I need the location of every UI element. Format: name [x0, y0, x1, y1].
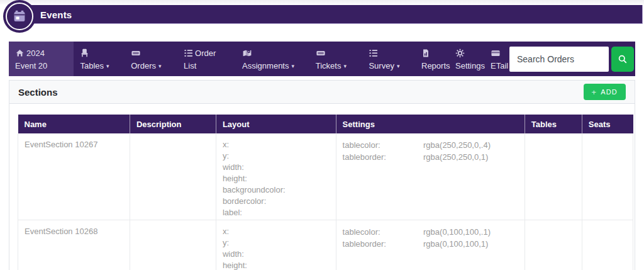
add-button-label: ADD	[601, 88, 618, 96]
column-header-description: Description	[130, 115, 216, 133]
nav-item-orders[interactable]: Orders▾	[125, 42, 177, 76]
cell-name: EventSection 10268	[18, 220, 130, 270]
card-icon	[491, 48, 501, 60]
search-area	[509, 42, 635, 76]
cell-description	[130, 220, 216, 270]
chevron-down-icon: ▾	[158, 63, 162, 69]
page-title: Events	[40, 9, 72, 20]
column-header-seats: Seats	[582, 115, 633, 133]
nav-item-survey[interactable]: Survey▾	[362, 42, 415, 76]
cell-layout: x: y: width: height: backgroundcolor: bo…	[216, 220, 336, 270]
main-navbar: 2024 Event 20 Tables▾ Orders▾ Order List…	[9, 42, 635, 76]
cell-seats	[582, 220, 633, 270]
report-icon	[421, 48, 430, 60]
nav-item-label: ETail	[491, 61, 508, 70]
sections-card: Sections + ADD Name Description Layout S…	[9, 80, 635, 270]
sections-card-body: Name Description Layout Settings Tables …	[9, 104, 635, 270]
home-icon	[15, 48, 25, 60]
sections-title: Sections	[18, 87, 58, 98]
search-icon	[618, 54, 628, 64]
nav-item-reports[interactable]: Reports	[415, 42, 449, 76]
nav-item-label: Settings	[455, 61, 485, 70]
nav-item-label: Tickets	[316, 61, 341, 70]
search-button[interactable]	[611, 47, 634, 72]
chevron-down-icon: ▾	[397, 63, 400, 69]
cell-tables	[525, 133, 582, 220]
column-header-settings: Settings	[336, 115, 525, 133]
app-logo	[3, 0, 36, 33]
nav-item-label: Reports	[421, 61, 450, 70]
column-header-layout: Layout	[216, 115, 336, 133]
nav-item-settings[interactable]: Settings	[449, 42, 484, 76]
chevron-down-icon: ▾	[106, 63, 109, 69]
calendar-icon	[13, 10, 26, 23]
cell-layout: x: y: width: height: backgroundcolor: bo…	[216, 133, 336, 220]
column-header-tables: Tables	[525, 115, 582, 133]
ticket-icon	[131, 48, 141, 60]
app-title-bar: Events	[18, 5, 643, 24]
nav-item-event[interactable]: 2024 Event 20	[9, 42, 74, 76]
add-button[interactable]: + ADD	[584, 84, 626, 100]
ticket-icon	[316, 48, 326, 60]
checklist-icon	[369, 48, 378, 60]
nav-item-tickets[interactable]: Tickets▾	[309, 42, 363, 76]
sections-card-header: Sections + ADD	[9, 81, 635, 104]
cell-tables	[525, 220, 582, 270]
checklist-icon	[184, 48, 193, 60]
column-header-name: Name	[18, 115, 130, 133]
cell-description	[130, 133, 216, 220]
nav-item-assignments[interactable]: Assignments▾	[236, 42, 309, 76]
cell-settings: tablecolor:rgba(0,100,100,.1) tableborde…	[336, 220, 525, 270]
cell-settings: tablecolor:rgba(250,250,0,.4) tableborde…	[336, 133, 525, 220]
chair-icon	[80, 48, 89, 60]
page-top-strip	[0, 0, 644, 4]
map-pin-icon	[242, 48, 252, 60]
chevron-down-icon: ▾	[343, 63, 347, 69]
plus-icon: +	[592, 87, 597, 97]
nav-item-tables[interactable]: Tables▾	[74, 42, 125, 76]
nav-item-etail[interactable]: ETail	[484, 42, 509, 76]
gear-icon	[455, 48, 465, 60]
search-input[interactable]	[509, 47, 609, 72]
table-row[interactable]: EventSection 10267 x: y: width: height: …	[18, 133, 633, 220]
nav-item-label: Orders	[131, 61, 156, 70]
nav-item-label: Tables	[80, 61, 104, 70]
cell-name: EventSection 10267	[18, 133, 130, 220]
nav-item-label: Assignments	[242, 61, 289, 70]
table-header-row: Name Description Layout Settings Tables …	[18, 115, 633, 133]
nav-item-label: Survey	[369, 61, 394, 70]
sections-table: Name Description Layout Settings Tables …	[18, 115, 633, 270]
nav-item-order-list[interactable]: Order List	[177, 42, 225, 76]
chevron-down-icon: ▾	[291, 63, 294, 69]
cell-seats	[582, 133, 633, 220]
table-row[interactable]: EventSection 10268 x: y: width: height: …	[18, 220, 633, 270]
